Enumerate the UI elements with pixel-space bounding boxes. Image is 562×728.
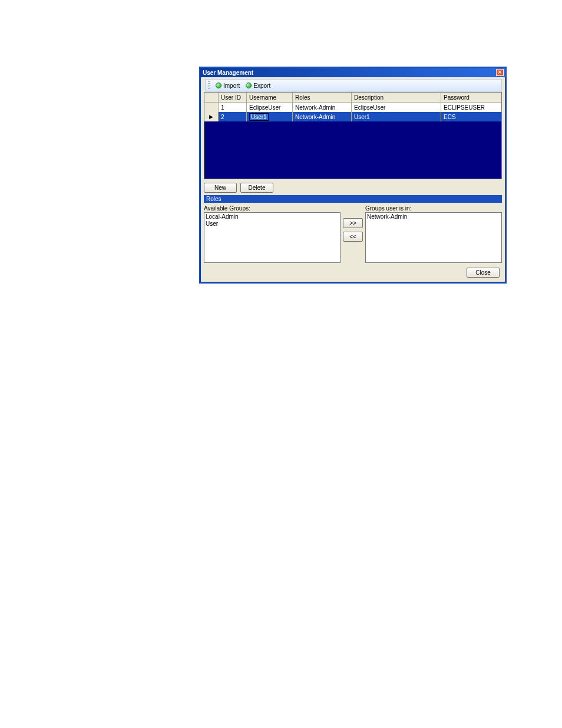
row-indicator-header <box>204 93 219 102</box>
add-group-button[interactable]: >> <box>343 218 363 228</box>
current-row-arrow-icon: ▶ <box>209 114 213 120</box>
roles-body: Available Groups: Local-Admin User >> <<… <box>204 204 502 263</box>
grid-header-row: User ID Username Roles Description Passw… <box>204 93 501 103</box>
toolbar: Import Export <box>205 79 502 92</box>
cell-password[interactable]: ECLIPSEUSER <box>441 103 499 112</box>
cell-password[interactable]: ECS <box>441 112 499 121</box>
cell-roles[interactable]: Network-Admin <box>293 103 352 112</box>
table-row[interactable]: 1 EclipseUser Network-Admin EclipseUser … <box>204 103 501 112</box>
cell-username[interactable]: EclipseUser <box>247 103 293 112</box>
user-management-dialog: User Management ✕ Import Export User ID … <box>199 67 507 284</box>
available-groups-listbox[interactable]: Local-Admin User <box>204 212 340 263</box>
cell-description[interactable]: EclipseUser <box>352 103 441 112</box>
available-groups-column: Available Groups: Local-Admin User <box>204 204 340 263</box>
member-groups-label: Groups user is in: <box>365 205 502 212</box>
username-edit-field[interactable]: User1 <box>249 113 269 121</box>
member-groups-column: Groups user is in: Network-Admin <box>365 204 502 263</box>
import-button[interactable]: Import <box>213 82 243 90</box>
member-groups-listbox[interactable]: Network-Admin <box>365 212 502 263</box>
row-indicator <box>204 103 219 112</box>
window-title: User Management <box>203 70 496 76</box>
cell-userid[interactable]: 1 <box>219 103 247 112</box>
cell-description[interactable]: User1 <box>352 112 441 121</box>
cell-userid[interactable]: 2 <box>219 112 247 121</box>
close-icon[interactable]: ✕ <box>496 69 504 76</box>
user-grid[interactable]: User ID Username Roles Description Passw… <box>204 92 502 179</box>
list-item[interactable]: Local-Admin <box>206 213 339 220</box>
row-indicator: ▶ <box>204 112 219 121</box>
export-button[interactable]: Export <box>243 82 273 90</box>
export-label: Export <box>253 83 270 89</box>
import-label: Import <box>223 83 240 89</box>
list-item[interactable]: User <box>206 220 339 228</box>
new-button[interactable]: New <box>204 183 237 193</box>
col-header-description[interactable]: Description <box>352 93 441 102</box>
list-item[interactable]: Network-Admin <box>367 213 500 220</box>
col-header-userid[interactable]: User ID <box>219 93 247 102</box>
col-header-username[interactable]: Username <box>247 93 293 102</box>
roles-section-header: Roles <box>204 195 502 203</box>
dialog-footer: Close <box>200 268 500 278</box>
grid-buttons: New Delete <box>204 183 502 193</box>
toolbar-grip-icon <box>208 81 210 90</box>
export-icon <box>246 83 252 88</box>
available-groups-label: Available Groups: <box>204 205 340 212</box>
cell-roles[interactable]: Network-Admin <box>293 112 352 121</box>
table-row[interactable]: ▶ 2 User1 Network-Admin User1 ECS <box>204 112 501 121</box>
remove-group-button[interactable]: << <box>343 232 363 242</box>
cell-username[interactable]: User1 <box>247 112 293 121</box>
move-buttons: >> << <box>343 204 363 263</box>
close-button[interactable]: Close <box>467 268 500 278</box>
import-icon <box>216 83 222 88</box>
col-header-roles[interactable]: Roles <box>293 93 352 102</box>
col-header-password[interactable]: Password <box>441 93 499 102</box>
titlebar: User Management ✕ <box>200 68 505 77</box>
delete-button[interactable]: Delete <box>240 183 273 193</box>
